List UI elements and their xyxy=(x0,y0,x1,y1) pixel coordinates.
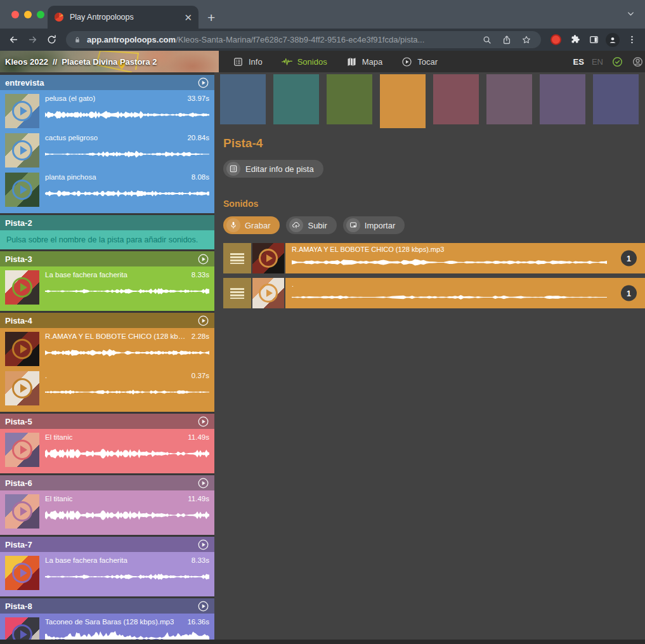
track-play-button[interactable] xyxy=(197,416,209,428)
track-header[interactable]: Pista-8 xyxy=(0,598,214,614)
language-option-es[interactable]: ES xyxy=(573,57,584,67)
clip-play-icon[interactable] xyxy=(12,339,32,359)
importar-button[interactable]: Importar xyxy=(343,216,405,234)
clip-play-icon[interactable] xyxy=(12,501,32,522)
check-circle-icon[interactable] xyxy=(611,56,623,68)
sound-play-icon[interactable] xyxy=(259,249,278,268)
clip-info: planta pinchosa8.08s xyxy=(45,173,209,207)
track-header[interactable]: Pista-7 xyxy=(0,537,214,552)
nav-item-sonidos[interactable]: Sonidos xyxy=(282,56,327,67)
reload-button[interactable] xyxy=(43,32,60,48)
track-header[interactable]: Pista-2 xyxy=(0,215,214,230)
clip-play-icon[interactable] xyxy=(12,624,32,640)
zoom-icon[interactable] xyxy=(480,35,494,45)
sound-thumbnail[interactable] xyxy=(252,243,284,273)
share-icon[interactable] xyxy=(500,35,514,45)
pista-swatch-7[interactable] xyxy=(540,74,585,124)
account-icon[interactable] xyxy=(632,56,645,68)
clip-play-icon[interactable] xyxy=(12,277,32,298)
nav-item-tocar[interactable]: Tocar xyxy=(401,56,438,67)
browser-menu-icon[interactable] xyxy=(623,32,640,48)
clip-thumbnail[interactable] xyxy=(5,494,39,529)
forward-button[interactable] xyxy=(24,32,41,48)
record-indicator-icon[interactable] xyxy=(547,32,564,48)
pista-swatch-6[interactable] xyxy=(486,74,532,124)
clip-thumbnail[interactable] xyxy=(5,173,39,207)
pista-swatch-1[interactable] xyxy=(220,74,266,124)
sound-row-body[interactable]: R.AMAYA Y EL BOBOTE CHICO (128 kbps).mp3… xyxy=(285,243,645,273)
clip-thumbnail[interactable] xyxy=(5,433,39,467)
clip-thumbnail[interactable] xyxy=(5,133,39,168)
clip-item[interactable]: cactus peligroso20.84s xyxy=(5,133,209,168)
pista-swatch-2[interactable] xyxy=(273,74,319,124)
minimize-window-button[interactable] xyxy=(24,11,32,18)
clip-item[interactable]: El titanic11.49s xyxy=(5,494,209,529)
waveform xyxy=(45,629,209,640)
project-banner[interactable]: Kleos 2022 // Placeta Divina Pastora 2 xyxy=(0,51,219,72)
clip-play-icon[interactable] xyxy=(12,140,32,161)
clip-play-icon[interactable] xyxy=(12,563,32,583)
side-panel-icon[interactable] xyxy=(585,32,602,48)
track-play-button[interactable] xyxy=(197,77,209,89)
track-play-button[interactable] xyxy=(197,539,209,551)
url-bar[interactable]: app.antropoloops.com/Kleos-Santa-Marina/… xyxy=(66,31,541,48)
track-header[interactable]: Pista-3 xyxy=(0,251,214,266)
chevron-down-icon[interactable] xyxy=(627,10,635,18)
profile-avatar[interactable] xyxy=(604,32,621,48)
clip-item[interactable]: El titanic11.49s xyxy=(5,433,209,467)
edit-track-info-button[interactable]: Editar info de pista xyxy=(223,160,323,178)
maximize-window-button[interactable] xyxy=(37,11,44,18)
tab-close-icon[interactable]: ✕ xyxy=(184,13,192,22)
clip-item[interactable]: planta pinchosa8.08s xyxy=(5,173,209,207)
clip-thumbnail[interactable] xyxy=(5,94,39,128)
track-header[interactable]: Pista-5 xyxy=(0,414,214,429)
drag-handle[interactable] xyxy=(223,278,251,308)
back-button[interactable] xyxy=(5,32,22,48)
track-header[interactable]: Pista-4 xyxy=(0,313,214,328)
clip-item[interactable]: pelusa (el gato)33.97s xyxy=(5,94,209,128)
new-tab-button[interactable]: + xyxy=(207,10,215,25)
clip-item[interactable]: Taconeo de Sara Baras (128 kbps).mp316.3… xyxy=(5,617,209,640)
clip-play-icon[interactable] xyxy=(12,440,32,460)
window-bottom-edge xyxy=(0,640,645,644)
track-header[interactable]: Pista-6 xyxy=(0,475,214,490)
track-play-button[interactable] xyxy=(197,315,209,327)
sound-thumbnail[interactable] xyxy=(252,278,284,308)
sound-play-icon[interactable] xyxy=(259,284,278,303)
main-panel: Pista-4 Editar info de pista Sonidos Gra… xyxy=(214,72,645,640)
track-play-button[interactable] xyxy=(197,477,209,489)
language-option-en[interactable]: EN xyxy=(592,57,603,67)
track-play-button[interactable] xyxy=(197,253,209,265)
extensions-puzzle-icon[interactable] xyxy=(566,32,583,48)
waveform xyxy=(292,290,607,305)
pista-swatch-8[interactable] xyxy=(593,74,639,124)
clip-thumbnail[interactable] xyxy=(5,556,39,590)
nav-item-mapa[interactable]: Mapa xyxy=(346,56,383,67)
sound-row-body[interactable]: .1 xyxy=(285,278,645,308)
pista-swatch-4[interactable] xyxy=(380,74,426,128)
waveform xyxy=(45,383,209,402)
subir-button[interactable]: Subir xyxy=(286,216,336,234)
clip-item[interactable]: La base fachera facherita8.33s xyxy=(5,270,209,305)
grabar-button[interactable]: Grabar xyxy=(223,216,280,234)
bookmark-star-icon[interactable] xyxy=(519,35,533,45)
clip-item[interactable]: .0.37s xyxy=(5,371,209,405)
close-window-button[interactable] xyxy=(11,11,19,18)
clip-thumbnail[interactable] xyxy=(5,270,39,305)
clip-play-icon[interactable] xyxy=(12,378,32,398)
clip-play-icon[interactable] xyxy=(12,101,32,121)
track-title: Pista-8 xyxy=(5,601,32,611)
browser-tab[interactable]: Play Antropoloops ✕ xyxy=(48,6,199,29)
clip-play-icon[interactable] xyxy=(12,180,32,200)
pista-swatch-5[interactable] xyxy=(433,74,479,124)
drag-handle[interactable] xyxy=(223,243,251,273)
pista-swatch-3[interactable] xyxy=(327,74,372,124)
clip-thumbnail[interactable] xyxy=(5,617,39,640)
clip-thumbnail[interactable] xyxy=(5,332,39,366)
track-header[interactable]: entrevista xyxy=(0,75,214,90)
clip-item[interactable]: La base fachera facherita8.33s xyxy=(5,556,209,590)
nav-item-info[interactable]: Info xyxy=(233,56,263,67)
clip-thumbnail[interactable] xyxy=(5,371,39,405)
track-play-button[interactable] xyxy=(197,600,209,612)
clip-item[interactable]: R.AMAYA Y EL BOBOTE CHICO (128 kbps)....… xyxy=(5,332,209,366)
